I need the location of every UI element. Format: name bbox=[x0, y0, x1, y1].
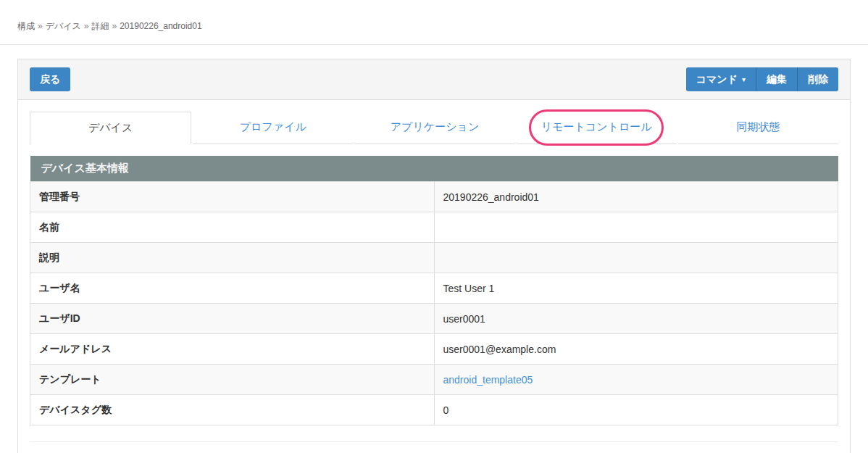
table-title: デバイス基本情報 bbox=[30, 156, 838, 182]
row-label: 説明 bbox=[30, 243, 435, 273]
section-divider bbox=[30, 441, 838, 442]
row-value: user0001@example.com bbox=[434, 334, 838, 365]
breadcrumb-item-current: 20190226_android01 bbox=[120, 21, 201, 31]
table-row-user-id: ユーザID user0001 bbox=[30, 304, 838, 334]
row-value: 20190226_android01 bbox=[434, 182, 838, 212]
breadcrumb-separator: » bbox=[112, 21, 117, 31]
edit-button[interactable]: 編集 bbox=[756, 67, 797, 91]
tab-profile[interactable]: プロファイル bbox=[193, 112, 353, 144]
panel-toolbar: 戻る コマンド▾ 編集 削除 bbox=[18, 59, 850, 100]
tab-sync-status[interactable]: 同期状態 bbox=[678, 112, 838, 144]
row-value: 0 bbox=[434, 395, 838, 425]
row-value bbox=[434, 243, 838, 273]
row-value: user0001 bbox=[434, 304, 838, 334]
table-row-user-name: ユーザ名 Test User 1 bbox=[30, 273, 838, 304]
row-label: ユーザID bbox=[30, 304, 435, 334]
caret-down-icon: ▾ bbox=[742, 75, 746, 84]
tab-remote-control[interactable]: リモートコントロール bbox=[517, 112, 677, 144]
table-row-template: テンプレート android_template05 bbox=[30, 365, 838, 395]
breadcrumb-item: デバイス bbox=[46, 21, 81, 31]
breadcrumb: 構成»デバイス»詳細»20190226_android01 bbox=[0, 0, 868, 44]
table-row-device-tag-count: デバイスタグ数 0 bbox=[30, 395, 838, 425]
row-value bbox=[434, 212, 838, 243]
row-value: android_template05 bbox=[434, 365, 838, 395]
breadcrumb-item: 詳細 bbox=[92, 21, 109, 31]
header-divider bbox=[0, 44, 868, 45]
delete-button[interactable]: 削除 bbox=[797, 67, 838, 91]
action-button-group: コマンド▾ 編集 削除 bbox=[686, 67, 838, 91]
row-value: Test User 1 bbox=[434, 273, 838, 304]
back-button[interactable]: 戻る bbox=[30, 67, 70, 91]
breadcrumb-item: 構成 bbox=[17, 21, 35, 31]
row-label: デバイスタグ数 bbox=[30, 395, 435, 425]
row-label: ユーザ名 bbox=[30, 273, 435, 304]
tab-device[interactable]: デバイス bbox=[30, 112, 191, 144]
table-header-row: デバイス基本情報 bbox=[30, 156, 838, 182]
device-detail-panel: 戻る コマンド▾ 編集 削除 デバイス プロファイル アプリケーション リモート… bbox=[17, 59, 851, 453]
table-row-description: 説明 bbox=[30, 243, 838, 273]
template-link[interactable]: android_template05 bbox=[443, 374, 533, 386]
row-label: テンプレート bbox=[30, 365, 435, 395]
row-label: 名前 bbox=[30, 212, 435, 243]
tab-application[interactable]: アプリケーション bbox=[354, 112, 514, 144]
table-row-control-number: 管理番号 20190226_android01 bbox=[30, 182, 838, 212]
table-row-name: 名前 bbox=[30, 212, 838, 243]
breadcrumb-separator: » bbox=[38, 21, 43, 31]
device-info-table: デバイス基本情報 管理番号 20190226_android01 名前 説明 ユ… bbox=[30, 156, 838, 426]
breadcrumb-separator: » bbox=[84, 21, 89, 31]
table-row-email: メールアドレス user0001@example.com bbox=[30, 334, 838, 365]
row-label: メールアドレス bbox=[30, 334, 435, 365]
panel-content: デバイス プロファイル アプリケーション リモートコントロール 同期状態 デバイ… bbox=[18, 100, 850, 453]
tab-bar: デバイス プロファイル アプリケーション リモートコントロール 同期状態 bbox=[30, 112, 838, 144]
tab-remote-control-label: リモートコントロール bbox=[541, 120, 652, 134]
command-dropdown-button[interactable]: コマンド▾ bbox=[686, 67, 756, 91]
row-label: 管理番号 bbox=[30, 182, 435, 212]
command-dropdown-label: コマンド bbox=[696, 73, 738, 85]
